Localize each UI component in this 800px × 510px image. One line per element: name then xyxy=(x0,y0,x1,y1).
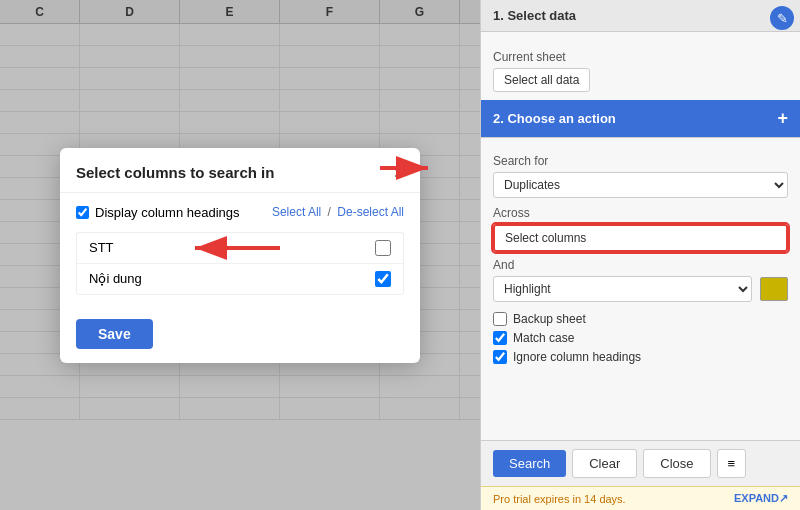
search-for-label: Search for xyxy=(493,154,788,168)
save-button[interactable]: Save xyxy=(76,319,153,349)
and-label: And xyxy=(493,258,788,272)
select-all-data-button[interactable]: Select all data xyxy=(493,68,590,92)
section2-header: 2. Choose an action + xyxy=(481,100,800,138)
list-item: Nội dung xyxy=(77,264,403,294)
column-name-stt: STT xyxy=(89,240,114,255)
section1-title: 1. Select data xyxy=(493,8,576,23)
highlight-dropdown[interactable]: Highlight xyxy=(493,276,752,302)
modal-footer: Save xyxy=(60,311,420,363)
backup-sheet-checkbox[interactable] xyxy=(493,312,507,326)
clear-button[interactable]: Clear xyxy=(572,449,637,478)
modal-options-row: Display column headings Select All / De-… xyxy=(76,205,404,220)
current-sheet-label: Current sheet xyxy=(493,50,788,64)
select-columns-modal: Select columns to search in × Display co… xyxy=(60,148,420,363)
match-case-checkbox[interactable] xyxy=(493,331,507,345)
display-headings-label[interactable]: Display column headings xyxy=(76,205,240,220)
deselect-all-link[interactable]: De-select All xyxy=(337,205,404,219)
section1-header: 1. Select data xyxy=(481,0,800,32)
column-name-noidung: Nội dung xyxy=(89,271,142,286)
display-headings-text: Display column headings xyxy=(95,205,240,220)
panel-content: Current sheet Select all data xyxy=(481,32,800,92)
trial-text: Pro trial expires in 14 days. xyxy=(493,493,626,505)
modal-overlay: Select columns to search in × Display co… xyxy=(0,0,480,510)
backup-sheet-row: Backup sheet xyxy=(493,312,788,326)
modal-close-button[interactable]: × xyxy=(393,164,404,182)
list-item: STT xyxy=(77,233,403,264)
link-divider: / xyxy=(328,205,331,219)
plus-icon[interactable]: + xyxy=(777,108,788,129)
ignore-headings-label: Ignore column headings xyxy=(513,350,641,364)
expand-button[interactable]: EXPAND↗ xyxy=(734,492,788,505)
ignore-headings-row: Ignore column headings xyxy=(493,350,788,364)
search-for-dropdown[interactable]: Duplicates xyxy=(493,172,788,198)
modal-title: Select columns to search in xyxy=(76,164,274,181)
column-checkbox-noidung[interactable] xyxy=(375,271,391,287)
section2-content: Search for Duplicates Across Select colu… xyxy=(481,138,800,440)
ignore-headings-checkbox[interactable] xyxy=(493,350,507,364)
column-list: STT Nội dung xyxy=(76,232,404,295)
close-button[interactable]: Close xyxy=(643,449,710,478)
select-columns-button[interactable]: Select columns xyxy=(493,224,788,252)
color-swatch[interactable] xyxy=(760,277,788,301)
highlight-row: Highlight xyxy=(493,276,788,302)
modal-body: Display column headings Select All / De-… xyxy=(60,193,420,311)
panel-footer: Search Clear Close ≡ xyxy=(481,440,800,486)
backup-sheet-label: Backup sheet xyxy=(513,312,586,326)
match-case-label: Match case xyxy=(513,331,574,345)
trial-bar: Pro trial expires in 14 days. EXPAND↗ xyxy=(481,486,800,510)
match-case-row: Match case xyxy=(493,331,788,345)
across-label: Across xyxy=(493,206,788,220)
display-headings-checkbox[interactable] xyxy=(76,206,89,219)
right-panel: 1. Select data ✎ Current sheet Select al… xyxy=(480,0,800,510)
section2-title: 2. Choose an action xyxy=(493,111,616,126)
column-checkbox-stt[interactable] xyxy=(375,240,391,256)
modal-header: Select columns to search in × xyxy=(60,148,420,193)
menu-button[interactable]: ≡ xyxy=(717,449,747,478)
select-deselect-links: Select All / De-select All xyxy=(272,205,404,219)
select-all-link[interactable]: Select All xyxy=(272,205,321,219)
search-button[interactable]: Search xyxy=(493,450,566,477)
edit-icon-button[interactable]: ✎ xyxy=(770,6,794,30)
